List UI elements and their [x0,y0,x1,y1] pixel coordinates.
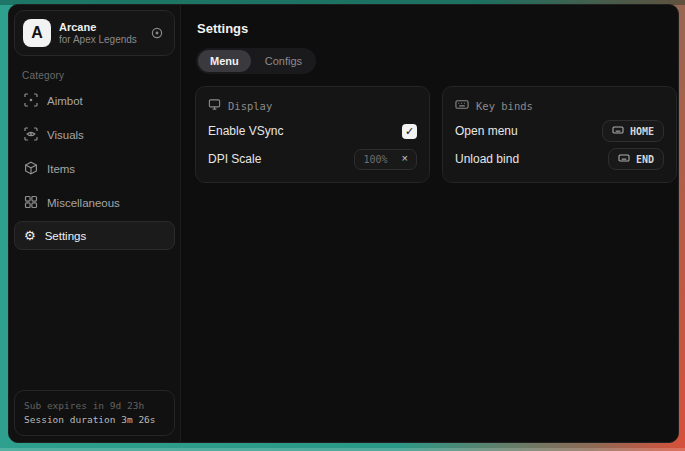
tab-menu[interactable]: Menu [198,50,251,72]
sidebar-spacer [14,250,175,390]
cube-icon [24,161,38,177]
check-icon: ✓ [405,125,414,138]
vsync-checkbox[interactable]: ✓ [402,124,417,139]
display-card-title: Display [228,100,272,112]
keybinds-card-title: Key binds [476,100,533,112]
sidebar-item-label: Miscellaneous [47,197,120,209]
brand-text: Arcane for Apex Legends [59,21,140,46]
tab-configs[interactable]: Configs [253,50,314,72]
brand-logo: A [23,19,51,47]
clear-icon[interactable]: × [396,150,416,168]
tab-group: Menu Configs [196,48,316,74]
open-menu-keybind-button[interactable]: HOME [602,120,664,142]
eye-scan-icon [24,127,38,143]
unload-bind-row: Unload bind END [455,147,664,171]
sidebar-item-label: Aimbot [47,95,83,107]
sidebar-item-label: Items [47,163,75,175]
settings-cards: Display Enable VSync ✓ DPI Scale 100% × [195,86,677,183]
unload-key: END [636,154,654,165]
sidebar-item-settings[interactable]: ⚙ Settings [14,221,175,250]
display-card: Display Enable VSync ✓ DPI Scale 100% × [195,86,430,183]
brand-name: Arcane [59,21,140,34]
session-duration-text: Session duration 3m 26s [24,413,165,427]
keybinds-card: Key binds Open menu HOME [442,86,677,183]
keyboard-icon [612,125,624,137]
unload-keybind-button[interactable]: END [608,148,664,170]
vsync-row: Enable VSync ✓ [208,119,417,143]
category-label: Category [14,64,175,85]
sub-expires-text: Sub expires in 9d 23h [24,399,165,413]
sidebar-item-aimbot[interactable]: Aimbot [14,85,175,117]
open-menu-label: Open menu [455,124,518,138]
monitor-icon [208,98,221,113]
dpi-scale-input[interactable]: 100% [355,150,395,169]
dpi-scale-label: DPI Scale [208,152,261,166]
sidebar-item-visuals[interactable]: Visuals [14,119,175,151]
target-icon[interactable] [148,24,166,42]
sidebar-item-miscellaneous[interactable]: Miscellaneous [14,187,175,219]
app-window: A Arcane for Apex Legends Category [8,4,679,443]
sidebar-item-items[interactable]: Items [14,153,175,185]
main-content: Settings Menu Configs Display [181,5,679,442]
unload-bind-label: Unload bind [455,152,519,166]
dpi-scale-row: DPI Scale 100% × [208,147,417,171]
keybinds-card-header: Key binds [455,98,664,113]
vsync-label: Enable VSync [208,124,283,138]
sidebar-item-label: Visuals [47,129,84,141]
grid-icon [24,195,38,211]
gear-icon: ⚙ [24,229,36,242]
sidebar: A Arcane for Apex Legends Category [9,5,181,442]
brand-card: A Arcane for Apex Legends [14,10,175,56]
page-title: Settings [197,21,677,36]
keyboard-icon [455,98,469,113]
sidebar-nav: Aimbot Visuals [14,85,175,250]
sidebar-item-label: Settings [45,230,87,242]
dpi-scale-control: 100% × [354,149,417,170]
crosshair-icon [24,93,38,109]
display-card-header: Display [208,98,417,113]
keyboard-icon [618,153,630,165]
open-menu-key: HOME [630,126,654,137]
open-menu-row: Open menu HOME [455,119,664,143]
brand-subtitle: for Apex Legends [59,34,140,46]
subscription-info-card: Sub expires in 9d 23h Session duration 3… [14,390,175,436]
